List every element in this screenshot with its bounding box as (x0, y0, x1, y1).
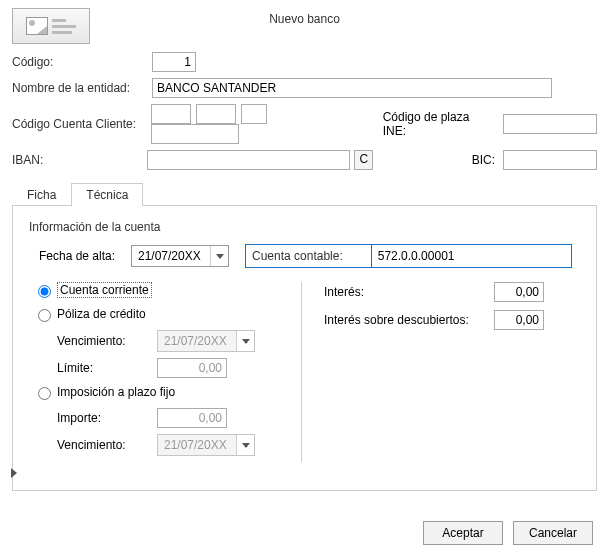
codigo-label: Código: (12, 55, 152, 69)
importe-label: Importe: (57, 411, 157, 425)
limite-label: Límite: (57, 361, 157, 375)
vencimiento-2-input[interactable] (158, 435, 236, 455)
interes-input[interactable] (494, 282, 544, 302)
vencimiento-1-label: Vencimiento: (57, 334, 157, 348)
interes-descubiertos-input[interactable] (494, 310, 544, 330)
iban-input[interactable] (147, 150, 350, 170)
ccc-input-4[interactable] (151, 124, 239, 144)
ccc-input-1[interactable] (151, 104, 191, 124)
poliza-credito-radio[interactable] (38, 309, 51, 322)
limite-input[interactable] (157, 358, 227, 378)
cancelar-button[interactable]: Cancelar (513, 521, 593, 545)
entidad-label: Nombre de la entidad: (12, 81, 152, 95)
tab-tecnica[interactable]: Técnica (71, 183, 143, 206)
interes-label: Interés: (324, 285, 494, 299)
dialog-title: Nuevo banco (269, 12, 340, 26)
fecha-alta-input[interactable] (132, 246, 210, 266)
ccc-label: Código Cuenta Cliente: (12, 117, 151, 131)
row-indicator-icon (11, 468, 17, 478)
fecha-alta-dropdown-icon[interactable] (210, 246, 228, 266)
ccc-input-3[interactable] (241, 104, 267, 124)
tab-ficha[interactable]: Ficha (12, 183, 71, 206)
vencimiento-2-dropdown-icon[interactable] (236, 435, 254, 455)
vencimiento-2-label: Vencimiento: (57, 438, 157, 452)
bic-input[interactable] (503, 150, 597, 170)
plazo-fijo-label: Imposición a plazo fijo (57, 385, 175, 399)
importe-input[interactable] (157, 408, 227, 428)
image-placeholder-button[interactable] (12, 8, 90, 44)
vencimiento-2-datepicker[interactable] (157, 434, 255, 456)
section-title: Información de la cuenta (29, 220, 580, 234)
aceptar-button[interactable]: Aceptar (423, 521, 503, 545)
vencimiento-1-input[interactable] (158, 331, 236, 351)
fecha-alta-datepicker[interactable] (131, 245, 229, 267)
cuenta-corriente-label: Cuenta corriente (57, 282, 152, 298)
interes-descubiertos-label: Interés sobre descubiertos: (324, 313, 494, 327)
cuenta-contable-input[interactable] (371, 245, 571, 267)
codigo-input[interactable] (152, 52, 196, 72)
ine-input[interactable] (503, 114, 597, 134)
cuenta-contable-label: Cuenta contable: (252, 249, 343, 263)
plazo-fijo-radio[interactable] (38, 387, 51, 400)
vencimiento-1-datepicker[interactable] (157, 330, 255, 352)
ine-label: Código de plaza INE: (383, 110, 495, 138)
ccc-input-2[interactable] (196, 104, 236, 124)
bic-label: BIC: (373, 153, 495, 167)
vencimiento-1-dropdown-icon[interactable] (236, 331, 254, 351)
iban-calc-button[interactable]: C (354, 150, 373, 170)
poliza-credito-label: Póliza de crédito (57, 307, 146, 321)
iban-label: IBAN: (12, 153, 147, 167)
cuenta-contable-field[interactable]: Cuenta contable: (245, 244, 572, 268)
entidad-input[interactable] (152, 78, 552, 98)
cuenta-corriente-radio[interactable] (38, 285, 51, 298)
fecha-alta-label: Fecha de alta: (39, 249, 131, 263)
